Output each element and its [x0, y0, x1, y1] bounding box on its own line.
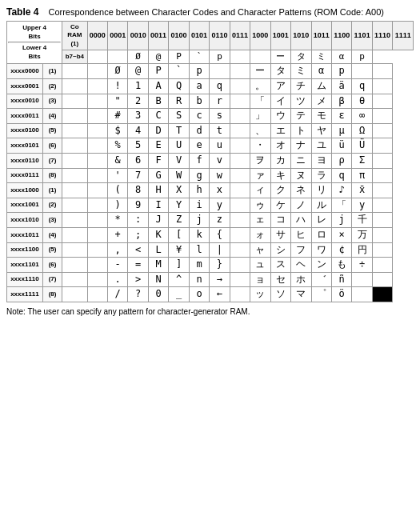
cell-r10-c14: 千: [352, 213, 372, 228]
cell-r2-c14: θ: [352, 94, 372, 109]
cell-r2-c3: 2: [128, 94, 148, 109]
cell-r5-c15: [372, 138, 392, 154]
cell-r15-c6: o: [189, 287, 209, 302]
cell-r11-c11: ヒ: [291, 228, 311, 243]
cell-r4-c1: [87, 123, 107, 138]
cell-r4-c13: μ: [331, 123, 351, 138]
table-caption: Correspondence between Character Codes a…: [48, 7, 383, 17]
cell-r5-c8: [230, 138, 250, 154]
table-row: xxxx0011(4)#3CScs」ウテモε∞: [7, 109, 414, 124]
cell-r6-c13: ρ: [331, 154, 351, 169]
cell-r11-c5: [: [169, 228, 189, 243]
cell-r9-c10: ケ: [270, 198, 290, 213]
cell-r12-c0: [62, 242, 87, 258]
row-addr-14: xxxx1110: [7, 272, 43, 287]
cell-r0-c6: p: [210, 50, 230, 64]
cell-r4-c0: [62, 123, 87, 138]
cell-r1-c11: チ: [291, 79, 311, 94]
cell-r4-c14: Ω: [352, 123, 372, 138]
cell-r15-c0: [62, 287, 87, 302]
cell-r15-c3: ?: [128, 287, 148, 302]
cell-r15-c11: マ: [291, 287, 311, 302]
table-row: xxxx0101(6)%5EUeu・オナユüÜ: [7, 138, 414, 154]
row-num-14: (7): [42, 272, 62, 287]
cell-r0-c12: α: [311, 64, 331, 79]
cell-r10-c0: [62, 213, 87, 228]
row-addr-10: xxxx1010: [7, 213, 43, 228]
col-1010: 1010: [291, 22, 311, 50]
row-num-11: (4): [42, 228, 62, 243]
cell-r7-c10: キ: [270, 168, 290, 183]
cell-r2-c5: R: [169, 94, 189, 109]
cell-r2-c0: [62, 94, 87, 109]
row-addr-5: xxxx0101: [7, 138, 43, 154]
col-0011: 0011: [148, 22, 168, 50]
cell-r11-c4: K: [148, 228, 168, 243]
cell-r7-c13: q: [331, 168, 351, 183]
cell-r10-c13: j: [331, 213, 351, 228]
cell-r5-c0: [62, 138, 87, 154]
row-num-5: (6): [42, 138, 62, 154]
cell-r11-c8: [230, 228, 250, 243]
cell-r1-c6: a: [189, 79, 209, 94]
cell-r11-c10: サ: [270, 228, 290, 243]
cell-r2-c7: r: [210, 94, 230, 109]
cell-r15-c12: ゜: [311, 287, 331, 302]
cell-r10-c7: z: [210, 213, 230, 228]
cell-r0-c5: `: [169, 64, 189, 79]
cell-r7-c6: g: [189, 168, 209, 183]
row-addr-11: xxxx1011: [7, 228, 43, 243]
cell-r4-c12: ヤ: [311, 123, 331, 138]
row-addr-4: xxxx0100: [7, 123, 43, 138]
cell-r4-c4: D: [148, 123, 168, 138]
cell-r0-c0: [87, 50, 107, 64]
cell-r9-c4: I: [148, 198, 168, 213]
cell-r6-c11: ニ: [291, 154, 311, 169]
row-addr-1: xxxx0001: [7, 79, 43, 94]
cell-r8-c15: [372, 183, 392, 198]
cell-r5-c6: e: [189, 138, 209, 154]
cell-r4-c3: 4: [128, 123, 148, 138]
cell-r12-c2: ,: [107, 242, 127, 258]
table-number: Table 4: [6, 6, 38, 18]
cell-r0-c7: [210, 64, 230, 79]
cell-r3-c12: モ: [311, 109, 331, 124]
cell-r3-c8: [230, 109, 250, 124]
cell-r2-c4: B: [148, 94, 168, 109]
cell-r4-c15: [372, 123, 392, 138]
cell-r14-c7: →: [210, 272, 230, 287]
cell-r13-c0: [62, 258, 87, 273]
cell-r2-c13: β: [331, 94, 351, 109]
lower-label: Lower 4: [8, 44, 61, 52]
cell-r10-c6: j: [189, 213, 209, 228]
cell-r6-c12: ヨ: [311, 154, 331, 169]
cell-r6-c7: v: [210, 154, 230, 169]
cell-r10-c9: ェ: [250, 213, 270, 228]
cell-r13-c12: ン: [311, 258, 331, 273]
table-row: xxxx1011(4)+;K[k{ォサヒロ×万: [7, 228, 414, 243]
cell-r2-c6: b: [189, 94, 209, 109]
table-row: xxxx1100(5),<L¥l|ャシフワ¢円: [7, 242, 414, 258]
cell-r6-c2: &: [107, 154, 127, 169]
cell-r15-c9: ッ: [250, 287, 270, 302]
col-1101: 1101: [352, 22, 372, 50]
cell-r13-c10: ス: [270, 258, 290, 273]
lower-bits-header: Upper 4 Bits Lower 4 Bits: [7, 22, 62, 64]
table-row: xxxx0100(5)$4DTdt、エトヤμΩ: [7, 123, 414, 138]
cell-r12-c3: <: [128, 242, 148, 258]
cell-r1-c2: !: [107, 79, 127, 94]
cell-r8-c9: ィ: [250, 183, 270, 198]
cell-r5-c13: ü: [331, 138, 351, 154]
cell-r0-c10: タ: [270, 64, 290, 79]
cell-r12-c4: L: [148, 242, 168, 258]
upper-label2: Bits: [8, 33, 61, 41]
cell-r14-c2: .: [107, 272, 127, 287]
cell-r5-c1: [87, 138, 107, 154]
cell-r11-c14: 万: [352, 228, 372, 243]
cell-r1-c10: ア: [270, 79, 290, 94]
cell-r0-c12: α: [331, 50, 351, 64]
cell-r8-c13: ♪: [331, 183, 351, 198]
table-row: xxxx0110(7)&6FVfvヲカニヨρΣ: [7, 154, 414, 169]
cell-r3-c5: S: [169, 109, 189, 124]
cell-r12-c10: シ: [270, 242, 290, 258]
